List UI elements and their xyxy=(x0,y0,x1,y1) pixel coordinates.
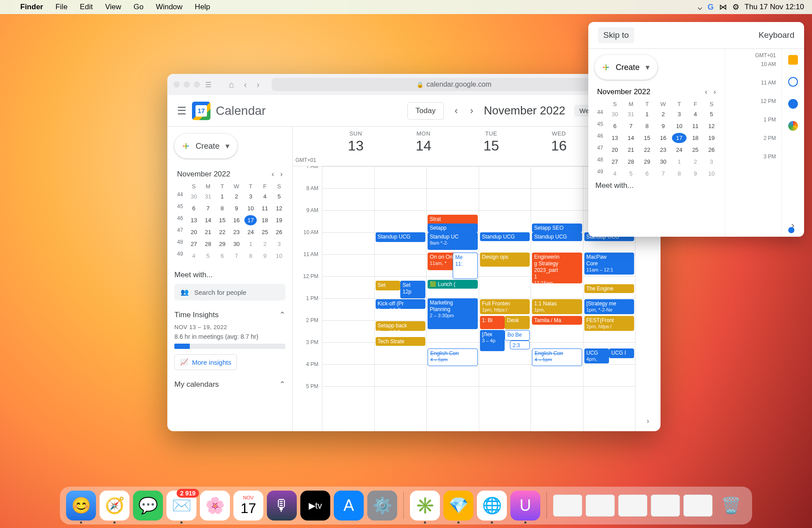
mini-cal-day[interactable]: 8 xyxy=(640,121,654,131)
menu-view[interactable]: View xyxy=(105,3,122,11)
next-week-icon[interactable]: › xyxy=(470,105,473,117)
mini-cal-day[interactable]: 28 xyxy=(202,239,214,249)
mini-cal-day[interactable]: 26 xyxy=(704,145,719,155)
mini-cal-day[interactable]: 12 xyxy=(704,121,719,131)
keyboard-label[interactable]: Keyboard xyxy=(759,30,794,40)
calendar-event[interactable]: MarketingPlanning2 – 3:30pm xyxy=(428,298,478,329)
calendar-event[interactable]: Standup UCG xyxy=(532,232,582,241)
chevron-up-icon[interactable]: ⌃ xyxy=(279,380,285,389)
mini-cal-day[interactable]: 7 xyxy=(230,251,243,261)
mini-cal-day[interactable]: 16 xyxy=(230,215,243,225)
mini-cal-day[interactable]: 5 xyxy=(273,191,285,202)
calendar-event[interactable]: UCG4pm, xyxy=(584,348,609,363)
dock-minimized-window[interactable] xyxy=(618,495,647,517)
dock-minimized-window[interactable] xyxy=(651,495,680,517)
calendar-event[interactable]: 1: Bi xyxy=(480,316,505,329)
calendar-event[interactable]: 1:1 Natas1pm, xyxy=(532,299,582,314)
menu-go[interactable]: Go xyxy=(133,3,144,11)
mini-cal-day[interactable]: 23 xyxy=(656,145,671,155)
mini-cal-day[interactable]: 18 xyxy=(258,215,271,225)
mini-cal-day[interactable]: 12 xyxy=(273,203,285,213)
maps-icon[interactable] xyxy=(788,121,798,131)
day-column-thu[interactable]: Setapp SEOStandup UCGEngineering Strateg… xyxy=(531,166,583,431)
calendar-event[interactable]: Me11: xyxy=(453,253,478,279)
dock-slack[interactable]: ✳️ xyxy=(410,491,440,521)
menu-window[interactable]: Window xyxy=(156,3,182,11)
calendar-event[interactable]: Tamila / Ma xyxy=(532,316,582,325)
mini-cal-day[interactable]: 7 xyxy=(624,121,639,131)
mini-cal-day[interactable]: 8 xyxy=(216,203,229,213)
mini-cal-day[interactable]: 13 xyxy=(608,133,622,143)
mini-cal-day[interactable]: 10 xyxy=(244,203,257,213)
mini-cal-day[interactable]: 19 xyxy=(273,215,285,225)
mini-cal-day[interactable]: 27 xyxy=(188,239,200,249)
calendar-event[interactable]: Standup UCG xyxy=(376,232,426,242)
mini-cal-day[interactable]: 23 xyxy=(230,227,243,237)
gcal-menu-icon[interactable]: ☰ xyxy=(177,105,187,117)
safari-home-icon[interactable]: ⌂ xyxy=(229,80,234,90)
today-button[interactable]: Today xyxy=(407,102,444,120)
mini-cal-day[interactable]: 17 xyxy=(244,215,257,225)
dock-chrome[interactable]: 🌐 xyxy=(477,491,507,521)
mini-cal-day[interactable]: 18 xyxy=(688,133,703,143)
mini-calendar[interactable]: SMTWTFS443031123454567891011124613141516… xyxy=(174,183,285,261)
day-column-tue[interactable]: StratsesSetappStandup UC9am *-2-On on On… xyxy=(426,166,479,431)
calendar-event[interactable]: Desk xyxy=(505,316,530,329)
calendar-event[interactable]: Set xyxy=(376,281,401,290)
bowtie-icon[interactable]: ⋈ xyxy=(719,2,727,12)
dock-photos[interactable]: 🌸 xyxy=(200,491,230,521)
mini-cal-day[interactable]: 8 xyxy=(244,251,257,261)
mini-cal-day[interactable]: 4 xyxy=(258,191,271,202)
menubar-app-name[interactable]: Finder xyxy=(20,3,43,11)
mini-cal-day[interactable]: 19 xyxy=(704,133,719,143)
mini-cal-day[interactable]: 27 xyxy=(608,157,622,167)
mini-cal-day[interactable]: 3 xyxy=(672,109,687,119)
safari-forward-icon[interactable]: › xyxy=(257,80,260,90)
day-column-sun[interactable] xyxy=(322,166,374,431)
mini-cal-day[interactable]: 7 xyxy=(202,203,214,213)
dock-safari[interactable]: 🧭 xyxy=(100,491,129,521)
dock-settings[interactable]: ⚙️ xyxy=(367,491,397,521)
chevron-up-icon[interactable]: ⌃ xyxy=(279,310,285,319)
mini-cal-day[interactable]: 10 xyxy=(704,169,719,179)
menu-edit[interactable]: Edit xyxy=(80,3,92,11)
keep-icon[interactable] xyxy=(788,55,798,65)
dock-trash[interactable]: 🗑️ xyxy=(716,491,746,521)
dock-minimized-window[interactable] xyxy=(586,495,615,517)
mini-cal-day[interactable]: 3 xyxy=(273,239,285,249)
search-people-input[interactable]: 👥 Search for people xyxy=(174,284,285,301)
calendar-event[interactable]: English Con4 – 5pm xyxy=(428,348,478,366)
mini-cal-day[interactable]: 7 xyxy=(656,169,671,179)
mini-cal-day[interactable]: 9 xyxy=(688,169,703,179)
skip-to-button[interactable]: Skip to xyxy=(598,27,634,43)
day-column-wed[interactable]: Standup UCGDesign opsFull Fronten1pm, ht… xyxy=(479,166,531,431)
day-header[interactable]: SUN13 xyxy=(322,127,390,166)
mini-cal-day[interactable]: 31 xyxy=(202,191,214,202)
calendar-event[interactable]: [Лек3 – 4p xyxy=(480,330,505,351)
mini-cal-day[interactable]: 28 xyxy=(624,157,639,167)
overlay-mini-next-icon[interactable]: › xyxy=(713,88,716,96)
calendar-event[interactable]: Standup UC9am *-2- xyxy=(428,232,478,250)
day-header[interactable]: TUE15 xyxy=(458,127,525,166)
mini-cal-day[interactable]: 4 xyxy=(688,109,703,119)
dock-finder[interactable]: 😊 xyxy=(66,491,96,521)
dock-appletv[interactable]: ▶tv xyxy=(300,491,330,521)
safari-address-bar[interactable]: 🔒 calendar.google.com xyxy=(272,78,636,91)
mini-cal-day[interactable]: 9 xyxy=(230,203,243,213)
calendar-event[interactable]: FEST(Front2pm, https:/ xyxy=(584,316,635,331)
mini-cal-day[interactable]: 14 xyxy=(624,133,639,143)
dock-calendar[interactable]: NOV 17 xyxy=(233,491,263,521)
mini-cal-day[interactable]: 20 xyxy=(608,145,622,155)
day-header[interactable]: MON14 xyxy=(390,127,458,166)
calendar-event[interactable]: MacPawCore11am – 12:1 xyxy=(584,253,635,275)
dock-minimized-window[interactable] xyxy=(553,495,582,517)
calendar-event[interactable]: Bo Be xyxy=(505,330,530,341)
dock-app-u[interactable]: U xyxy=(510,491,540,521)
mini-cal-day[interactable]: 1 xyxy=(244,239,257,249)
prev-week-icon[interactable]: ‹ xyxy=(454,105,458,117)
calendar-event[interactable]: Setapp SEO xyxy=(532,224,582,232)
day-column-mon[interactable]: Standup UCGSetSet12pKick-off (Pr1pm, *-5… xyxy=(374,166,427,431)
calendar-event[interactable]: Full Fronten1pm, https:/ xyxy=(480,299,530,314)
overlay-mini-calendar[interactable]: SMTWTFS443031123454567891011124613141516… xyxy=(594,101,719,179)
window-traffic-lights[interactable] xyxy=(173,81,200,88)
